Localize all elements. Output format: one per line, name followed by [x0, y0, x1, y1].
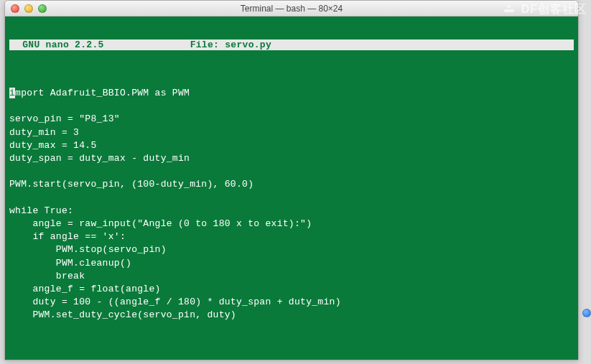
code-line: duty = 100 - ((angle_f / 180) * duty_spa…: [9, 297, 341, 307]
nano-version: GNU nano 2.2.5: [11, 39, 190, 50]
titlebar: Terminal — bash — 80×24: [5, 1, 578, 17]
cursor: i: [9, 88, 15, 98]
code-line: break: [9, 271, 85, 281]
code-line-0-rest: mport Adafruit_BBIO.PWM as PWM: [15, 88, 190, 98]
nano-file: File: servo.py: [190, 39, 271, 50]
code-line: PWM.set_duty_cycle(servo_pin, duty): [9, 309, 236, 320]
scroll-indicator-icon[interactable]: [582, 309, 591, 317]
code-line: PWM.stop(servo_pin): [9, 244, 167, 255]
code-line: servo_pin = "P8_13": [9, 113, 120, 124]
nano-header: GNU nano 2.2.5 File: servo.py: [9, 39, 574, 50]
code-line: PWM.cleanup(): [9, 258, 131, 269]
code-line: PWM.start(servo_pin, (100-duty_min), 60.…: [9, 179, 253, 190]
code-line: duty_min = 3: [9, 127, 79, 138]
code-line: if angle == 'x':: [9, 231, 126, 242]
terminal-window: Terminal — bash — 80×24 GNU nano 2.2.5 F…: [4, 0, 579, 360]
terminal-content[interactable]: GNU nano 2.2.5 File: servo.py import Ada…: [5, 17, 578, 360]
code-line: duty_max = 14.5: [9, 140, 97, 151]
status-line-wrap: [ Read 19 lines ]: [9, 358, 574, 360]
code-line: while True:: [9, 205, 73, 216]
window-title: Terminal — bash — 80×24: [5, 1, 578, 17]
code-line: angle = raw_input("Angle (0 to 180 x to …: [9, 218, 312, 229]
code-line: duty_span = duty_max - duty_min: [9, 153, 190, 164]
code-line: angle_f = float(angle): [9, 284, 161, 294]
editor-body[interactable]: import Adafruit_BBIO.PWM as PWM servo_pi…: [9, 87, 574, 322]
